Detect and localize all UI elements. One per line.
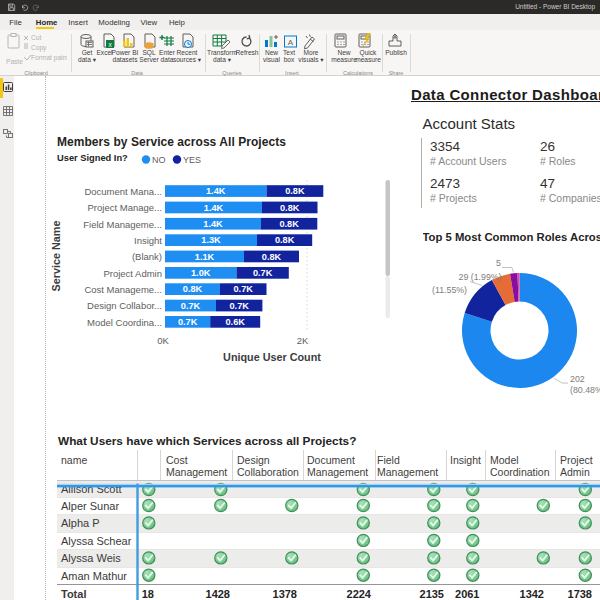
svg-text:0.8K: 0.8K: [275, 235, 295, 245]
svg-text:(Blank): (Blank): [132, 251, 162, 262]
svg-text:Untitled - Power BI Desktop: Untitled - Power BI Desktop: [515, 3, 595, 11]
svg-text:0.7K: 0.7K: [233, 284, 253, 294]
svg-text:5: 5: [496, 258, 501, 268]
svg-text:1.1K: 1.1K: [195, 252, 215, 262]
svg-text:0.7K: 0.7K: [178, 317, 198, 327]
svg-text:0.7K: 0.7K: [253, 268, 273, 278]
svg-text:202: 202: [570, 374, 585, 384]
svg-text:Unique User Count: Unique User Count: [223, 351, 321, 363]
svg-text:0.8K: 0.8K: [280, 203, 300, 213]
svg-text:1.3K: 1.3K: [201, 235, 221, 245]
svg-text:Model Coordina...: Model Coordina...: [87, 317, 162, 328]
svg-text:29 (1.99%): 29 (1.99%): [459, 272, 502, 282]
svg-text:(80.48%): (80.48%): [570, 385, 600, 395]
svg-text:Copy: Copy: [31, 44, 47, 52]
svg-text:0.7K: 0.7K: [229, 301, 249, 311]
svg-text:Insight: Insight: [134, 235, 162, 246]
svg-text:0K: 0K: [157, 335, 169, 346]
svg-text:Cost Manageme...: Cost Manageme...: [84, 284, 162, 295]
svg-text:2K: 2K: [297, 335, 309, 346]
svg-text:0.8K: 0.8K: [262, 252, 282, 262]
svg-text:0.8K: 0.8K: [183, 284, 203, 294]
svg-text:Format painter: Format painter: [31, 54, 67, 62]
svg-text:1.4K: 1.4K: [203, 219, 223, 229]
svg-text:0.6K: 0.6K: [225, 317, 245, 327]
svg-text:Document Mana...: Document Mana...: [84, 186, 162, 197]
svg-text:1.0K: 1.0K: [191, 268, 211, 278]
svg-text:Design Collabor...: Design Collabor...: [87, 300, 162, 311]
svg-text:Field Manageme...: Field Manageme...: [83, 219, 162, 230]
svg-text:NO: NO: [152, 155, 166, 165]
svg-text:Service Name: Service Name: [50, 221, 62, 292]
svg-text:1.4K: 1.4K: [206, 186, 226, 196]
svg-text:(11.55%): (11.55%): [432, 285, 467, 295]
svg-text:0.8K: 0.8K: [285, 186, 305, 196]
svg-text:Project Admin: Project Admin: [103, 268, 162, 279]
svg-text:A: A: [288, 38, 294, 47]
svg-text:Project Manage...: Project Manage...: [88, 202, 162, 213]
svg-text:Paste: Paste: [6, 58, 23, 65]
svg-text:0.7K: 0.7K: [181, 301, 201, 311]
svg-text:0.8K: 0.8K: [279, 219, 299, 229]
svg-text:1.4K: 1.4K: [204, 203, 224, 213]
svg-text:Cut: Cut: [31, 34, 41, 41]
svg-text:YES: YES: [183, 155, 201, 165]
